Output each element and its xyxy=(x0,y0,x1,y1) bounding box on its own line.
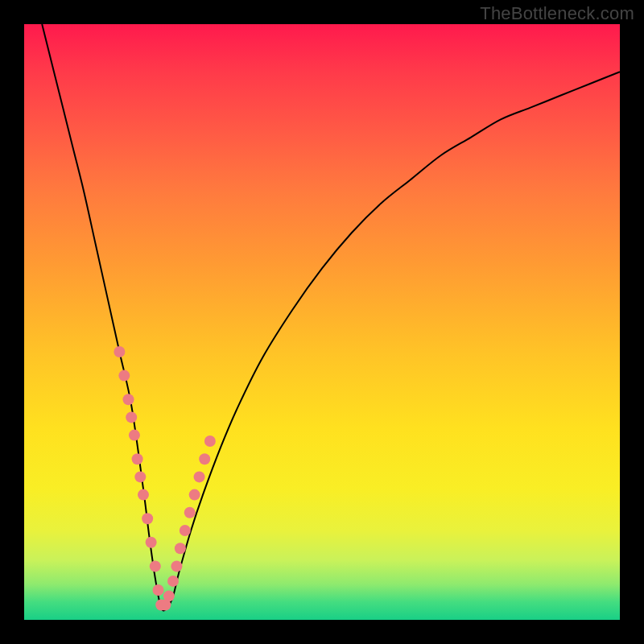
highlight-dot xyxy=(138,489,149,501)
highlight-dot xyxy=(180,525,191,536)
highlight-dot xyxy=(123,394,134,405)
bottleneck-curve xyxy=(42,24,620,611)
highlight-dot xyxy=(167,576,179,587)
chart-frame: TheBottleneck.com xyxy=(0,0,644,644)
highlight-dots-group xyxy=(114,346,215,611)
highlight-dot xyxy=(163,590,175,601)
highlight-dot xyxy=(146,537,157,548)
highlight-dot xyxy=(129,430,140,441)
highlight-dot xyxy=(132,453,143,464)
highlight-dot xyxy=(194,471,205,482)
highlight-dot xyxy=(153,584,164,596)
highlight-dot xyxy=(184,507,196,518)
plot-area xyxy=(24,24,620,620)
highlight-dot xyxy=(134,471,146,482)
highlight-dot xyxy=(142,513,153,524)
curve-group xyxy=(42,24,620,611)
highlight-dot xyxy=(150,560,161,572)
bottleneck-curve-svg xyxy=(24,24,620,620)
highlight-dot xyxy=(204,436,216,447)
highlight-dot xyxy=(114,346,125,357)
highlight-dot xyxy=(189,489,200,501)
watermark-text: TheBottleneck.com xyxy=(480,3,634,24)
highlight-dot xyxy=(118,370,130,382)
highlight-dot xyxy=(126,411,137,423)
highlight-dot xyxy=(175,543,186,554)
highlight-dot xyxy=(199,453,210,464)
highlight-dot xyxy=(171,560,182,572)
